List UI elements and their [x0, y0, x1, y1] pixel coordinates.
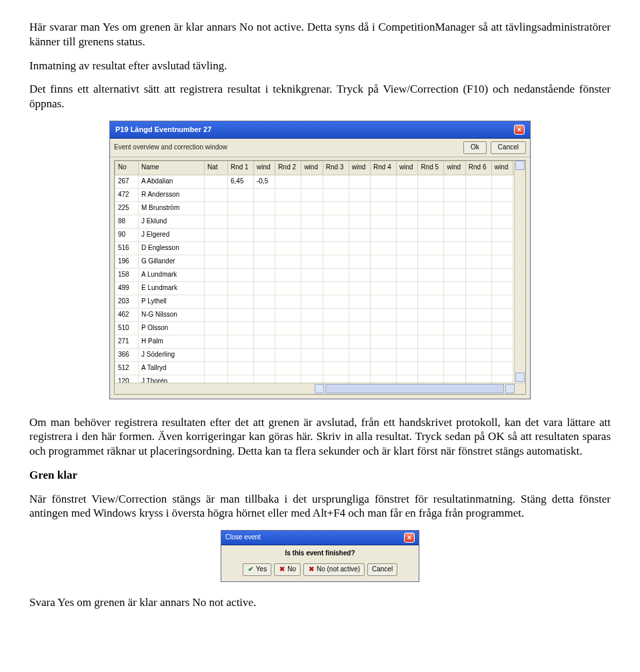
- table-cell[interactable]: [349, 281, 370, 295]
- table-cell[interactable]: [444, 241, 465, 255]
- table-cell[interactable]: [205, 268, 228, 281]
- table-cell[interactable]: [397, 255, 418, 268]
- table-cell[interactable]: [228, 335, 254, 348]
- table-cell[interactable]: [301, 215, 323, 228]
- table-cell[interactable]: [371, 255, 397, 268]
- table-cell[interactable]: [323, 335, 349, 348]
- table-cell[interactable]: [465, 201, 491, 215]
- table-cell[interactable]: [444, 308, 465, 321]
- table-cell[interactable]: [418, 295, 444, 308]
- table-cell[interactable]: [275, 308, 301, 321]
- table-cell[interactable]: [228, 268, 254, 281]
- table-cell[interactable]: [205, 335, 228, 348]
- table-cell[interactable]: [418, 308, 444, 321]
- table-cell[interactable]: [323, 268, 349, 281]
- table-cell[interactable]: [465, 215, 491, 228]
- table-cell[interactable]: [371, 321, 397, 335]
- table-cell[interactable]: [254, 335, 275, 348]
- table-cell[interactable]: [323, 348, 349, 361]
- table-cell[interactable]: [275, 348, 301, 361]
- table-cell[interactable]: 472: [115, 188, 139, 201]
- table-cell[interactable]: 158: [115, 268, 139, 281]
- table-cell[interactable]: [301, 308, 323, 321]
- table-cell[interactable]: 512: [115, 361, 139, 375]
- table-cell[interactable]: [371, 215, 397, 228]
- table-cell[interactable]: [228, 201, 254, 215]
- table-cell[interactable]: [254, 241, 275, 255]
- table-cell[interactable]: P Lythell: [139, 295, 205, 308]
- table-cell[interactable]: R Andersson: [139, 188, 205, 201]
- table-cell[interactable]: [228, 188, 254, 201]
- table-cell[interactable]: [444, 335, 465, 348]
- table-cell[interactable]: [418, 255, 444, 268]
- table-cell[interactable]: [418, 281, 444, 295]
- table-cell[interactable]: [491, 268, 513, 281]
- table-cell[interactable]: [491, 255, 513, 268]
- table-cell[interactable]: [205, 295, 228, 308]
- table-cell[interactable]: [444, 268, 465, 281]
- table-cell[interactable]: 225: [115, 201, 139, 215]
- no-button[interactable]: ✖No: [274, 563, 301, 576]
- table-cell[interactable]: P Olsson: [139, 321, 205, 335]
- table-cell[interactable]: [465, 335, 491, 348]
- table-cell[interactable]: [397, 295, 418, 308]
- table-cell[interactable]: [418, 348, 444, 361]
- table-cell[interactable]: [205, 281, 228, 295]
- table-cell[interactable]: [349, 201, 370, 215]
- table-cell[interactable]: E Lundmark: [139, 281, 205, 295]
- table-cell[interactable]: [397, 268, 418, 281]
- table-cell[interactable]: [301, 348, 323, 361]
- table-cell[interactable]: [323, 241, 349, 255]
- table-cell[interactable]: [397, 281, 418, 295]
- table-cell[interactable]: [205, 175, 228, 188]
- table-cell[interactable]: [275, 175, 301, 188]
- table-cell[interactable]: [275, 215, 301, 228]
- table-cell[interactable]: [228, 308, 254, 321]
- table-cell[interactable]: [349, 308, 370, 321]
- table-cell[interactable]: [205, 308, 228, 321]
- table-cell[interactable]: [323, 281, 349, 295]
- table-cell[interactable]: [465, 321, 491, 335]
- table-cell[interactable]: [397, 321, 418, 335]
- table-cell[interactable]: [254, 188, 275, 201]
- table-cell[interactable]: [254, 295, 275, 308]
- close-icon[interactable]: ×: [514, 125, 525, 135]
- table-cell[interactable]: 366: [115, 348, 139, 361]
- table-cell[interactable]: [465, 308, 491, 321]
- horizontal-scrollbar[interactable]: [115, 383, 525, 394]
- table-cell[interactable]: [491, 308, 513, 321]
- table-cell[interactable]: [254, 201, 275, 215]
- table-cell[interactable]: [444, 255, 465, 268]
- table-cell[interactable]: [205, 361, 228, 375]
- table-cell[interactable]: [444, 188, 465, 201]
- table-cell[interactable]: [397, 361, 418, 375]
- yes-button[interactable]: ✔Yes: [243, 563, 271, 576]
- table-row[interactable]: 88J Eklund: [115, 215, 525, 228]
- table-cell[interactable]: [349, 228, 370, 241]
- table-cell[interactable]: [397, 241, 418, 255]
- table-cell[interactable]: 90: [115, 228, 139, 241]
- table-cell[interactable]: [397, 175, 418, 188]
- table-cell[interactable]: [323, 201, 349, 215]
- table-cell[interactable]: [323, 228, 349, 241]
- table-cell[interactable]: [397, 335, 418, 348]
- table-row[interactable]: 271H Palm: [115, 335, 525, 348]
- table-row[interactable]: 512A Tallryd: [115, 361, 525, 375]
- table-cell[interactable]: [397, 228, 418, 241]
- table-cell[interactable]: [349, 188, 370, 201]
- table-cell[interactable]: [349, 268, 370, 281]
- table-cell[interactable]: [205, 255, 228, 268]
- table-cell[interactable]: [323, 255, 349, 268]
- table-cell[interactable]: [323, 175, 349, 188]
- table-cell[interactable]: [254, 215, 275, 228]
- table-cell[interactable]: [228, 295, 254, 308]
- table-cell[interactable]: [323, 188, 349, 201]
- table-cell[interactable]: 499: [115, 281, 139, 295]
- table-cell[interactable]: [418, 188, 444, 201]
- table-cell[interactable]: [205, 201, 228, 215]
- table-cell[interactable]: [444, 201, 465, 215]
- table-cell[interactable]: [301, 361, 323, 375]
- table-cell[interactable]: [491, 228, 513, 241]
- table-cell[interactable]: [397, 201, 418, 215]
- table-cell[interactable]: [371, 241, 397, 255]
